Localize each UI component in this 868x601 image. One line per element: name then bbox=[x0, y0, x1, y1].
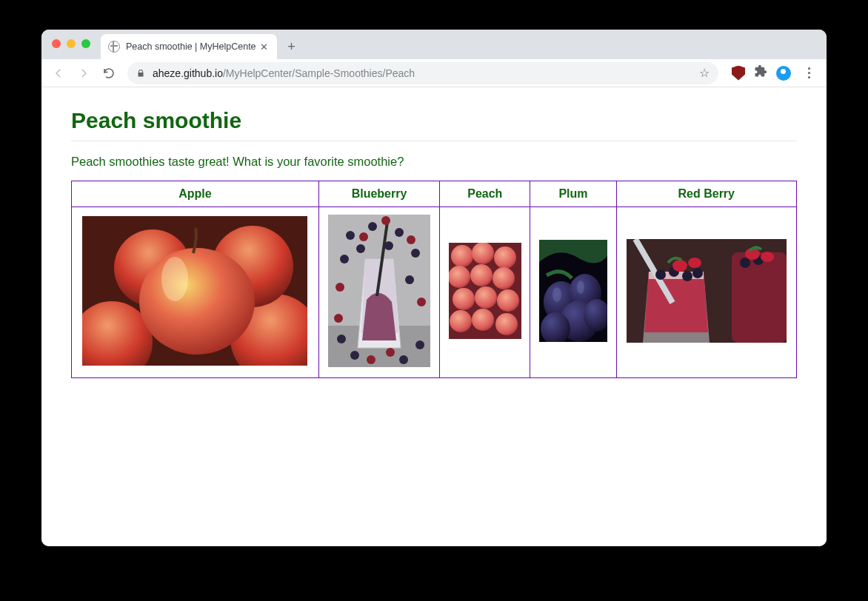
toolbar: aheze.github.io/MyHelpCenter/Sample-Smoo… bbox=[41, 59, 827, 87]
svg-point-24 bbox=[407, 235, 415, 244]
tabs-strip: Peach smoothie | MyHelpCente ✕ + bbox=[101, 34, 302, 59]
page-subtitle: Peach smoothies taste great! What is you… bbox=[71, 155, 797, 169]
svg-point-26 bbox=[417, 298, 426, 306]
new-tab-button[interactable]: + bbox=[281, 36, 302, 57]
svg-point-25 bbox=[335, 283, 344, 292]
close-window-button[interactable] bbox=[52, 39, 61, 48]
redberry-image bbox=[627, 239, 787, 343]
profile-avatar[interactable] bbox=[776, 66, 791, 81]
svg-point-12 bbox=[395, 228, 404, 237]
svg-point-32 bbox=[472, 243, 494, 264]
column-header-apple: Apple bbox=[72, 181, 319, 207]
peach-image bbox=[449, 243, 521, 339]
apple-link[interactable]: Apple bbox=[178, 187, 211, 200]
cell-apple bbox=[72, 207, 319, 378]
svg-point-11 bbox=[368, 222, 377, 231]
forward-button[interactable] bbox=[73, 62, 95, 84]
titlebar: Peach smoothie | MyHelpCente ✕ + bbox=[41, 30, 827, 59]
blueberry-link[interactable]: Blueberry bbox=[352, 187, 407, 200]
svg-rect-52 bbox=[732, 252, 787, 343]
lock-icon bbox=[136, 68, 145, 78]
svg-point-39 bbox=[497, 289, 519, 312]
minimize-window-button[interactable] bbox=[67, 39, 76, 48]
extension-icons bbox=[726, 63, 821, 83]
back-button[interactable] bbox=[47, 62, 70, 84]
window-controls bbox=[52, 39, 90, 48]
svg-point-23 bbox=[381, 216, 390, 225]
url-text: aheze.github.io/MyHelpCenter/Sample-Smoo… bbox=[153, 67, 692, 79]
svg-point-5 bbox=[139, 248, 255, 355]
svg-point-50 bbox=[577, 281, 584, 294]
arrow-right-icon bbox=[77, 67, 90, 80]
svg-point-62 bbox=[688, 258, 701, 268]
cell-redberry bbox=[616, 207, 797, 378]
bookmark-button[interactable]: ☆ bbox=[699, 66, 710, 80]
apple-image bbox=[82, 216, 307, 366]
url-host: aheze.github.io bbox=[153, 67, 223, 79]
cell-blueberry bbox=[318, 207, 439, 378]
svg-point-10 bbox=[346, 231, 355, 240]
ublock-icon[interactable] bbox=[732, 66, 745, 81]
svg-point-36 bbox=[493, 267, 515, 289]
address-bar[interactable]: aheze.github.io/MyHelpCenter/Sample-Smoo… bbox=[127, 62, 718, 84]
column-header-blueberry: Blueberry bbox=[318, 181, 439, 207]
arrow-left-icon bbox=[52, 67, 65, 80]
svg-point-38 bbox=[475, 286, 497, 309]
svg-point-35 bbox=[470, 264, 493, 286]
column-header-peach: Peach bbox=[440, 181, 530, 207]
smoothies-table: Apple Blueberry Peach Plum Red Berry bbox=[71, 181, 797, 378]
svg-point-18 bbox=[337, 335, 346, 343]
svg-point-49 bbox=[552, 287, 561, 302]
svg-point-20 bbox=[415, 340, 424, 349]
svg-point-6 bbox=[161, 257, 188, 301]
extensions-button[interactable] bbox=[754, 64, 767, 81]
svg-point-64 bbox=[761, 252, 774, 262]
svg-point-13 bbox=[411, 249, 420, 258]
svg-point-33 bbox=[494, 246, 516, 269]
svg-point-57 bbox=[682, 271, 692, 281]
blueberry-image bbox=[328, 215, 430, 367]
svg-point-31 bbox=[451, 245, 473, 267]
svg-point-29 bbox=[334, 314, 343, 323]
chrome-menu-button[interactable] bbox=[800, 63, 818, 83]
svg-point-27 bbox=[367, 355, 375, 364]
svg-point-22 bbox=[359, 232, 368, 241]
svg-point-40 bbox=[450, 310, 472, 332]
table-header-row: Apple Blueberry Peach Plum Red Berry bbox=[72, 181, 797, 207]
redberry-link[interactable]: Red Berry bbox=[678, 187, 735, 200]
page-content: Peach smoothie Peach smoothies taste gre… bbox=[41, 87, 827, 546]
column-header-redberry: Red Berry bbox=[616, 181, 797, 207]
svg-point-28 bbox=[386, 348, 395, 357]
reload-button[interactable] bbox=[98, 62, 120, 84]
url-path: /MyHelpCenter/Sample-Smoothies/Peach bbox=[223, 67, 415, 79]
close-tab-button[interactable]: ✕ bbox=[259, 41, 270, 52]
reload-icon bbox=[102, 67, 116, 80]
svg-point-61 bbox=[672, 260, 687, 272]
globe-icon bbox=[108, 41, 120, 53]
svg-point-34 bbox=[449, 266, 470, 288]
plum-link[interactable]: Plum bbox=[558, 187, 587, 200]
plum-image bbox=[539, 240, 607, 342]
cell-plum bbox=[530, 207, 616, 378]
svg-point-16 bbox=[384, 241, 393, 250]
svg-point-59 bbox=[740, 258, 750, 268]
svg-point-42 bbox=[495, 313, 518, 335]
maximize-window-button[interactable] bbox=[81, 39, 90, 48]
svg-point-55 bbox=[655, 269, 666, 280]
svg-point-41 bbox=[472, 309, 494, 331]
column-header-plum: Plum bbox=[530, 181, 616, 207]
tab-title: Peach smoothie | MyHelpCente bbox=[126, 41, 256, 52]
svg-point-14 bbox=[340, 255, 349, 263]
browser-window: Peach smoothie | MyHelpCente ✕ + aheze.g… bbox=[41, 30, 827, 546]
svg-point-15 bbox=[356, 244, 365, 253]
cell-peach bbox=[440, 207, 530, 378]
svg-point-21 bbox=[399, 355, 408, 364]
browser-tab[interactable]: Peach smoothie | MyHelpCente ✕ bbox=[101, 34, 277, 59]
svg-point-37 bbox=[453, 288, 475, 310]
svg-point-19 bbox=[350, 351, 359, 360]
peach-link[interactable]: Peach bbox=[467, 187, 502, 200]
svg-point-17 bbox=[405, 275, 414, 284]
table-row bbox=[72, 207, 797, 378]
page-title: Peach smoothie bbox=[71, 108, 797, 141]
svg-point-58 bbox=[692, 268, 703, 278]
